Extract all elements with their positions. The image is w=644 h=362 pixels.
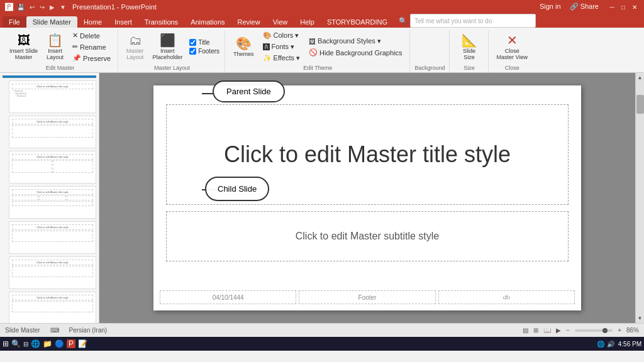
taskbar-file-explorer-icon[interactable]: 📁 — [43, 339, 52, 348]
quick-access-redo[interactable]: ↪ — [40, 4, 45, 11]
slide-footer-area: 04/10/1444 Footer ‹#› — [160, 290, 575, 304]
ribbon-group-master-layout: 🗂 MasterLayout ⬛ InsertPlaceholder Title… — [119, 30, 225, 72]
taskbar-network[interactable]: 🌐 — [597, 341, 604, 348]
scroll-up-arrow[interactable]: ▲ — [636, 73, 644, 82]
zoom-slider-thumb[interactable] — [602, 328, 608, 333]
background-styles-button[interactable]: 🖼 Background Styles ▾ — [306, 36, 405, 47]
ribbon-tabs: File Slide Master Home Insert Transition… — [0, 14, 644, 28]
tab-review[interactable]: Review — [231, 16, 267, 28]
tab-storyboarding[interactable]: STORYBOARDING — [321, 16, 394, 28]
slide-thumb-1[interactable]: Click to edit Master title style Click t… — [3, 75, 96, 78]
view-slide-sorter-icon[interactable]: ⊞ — [533, 327, 538, 334]
delete-icon: ✕ — [72, 31, 78, 40]
slide-title-text[interactable]: Click to edit Master title style — [224, 141, 511, 168]
quick-access-more[interactable]: ▼ — [60, 4, 66, 11]
scroll-thumb[interactable] — [636, 95, 644, 114]
slide-subtitle-text[interactable]: Click to edit Master subtitle style — [296, 231, 440, 242]
view-reading-icon[interactable]: 📖 — [543, 327, 551, 334]
footer-text[interactable]: Footer — [299, 290, 435, 304]
title-bar-controls: Sign in 🔗 Share ─ □ ✕ — [540, 3, 639, 11]
slide-thumb-5[interactable]: Click to edit Master title style — [9, 186, 96, 219]
slide-subtitle-box[interactable]: Click to edit Master subtitle style — [166, 211, 569, 261]
slide-thumb-6[interactable]: Click to edit Master title style — [9, 221, 96, 254]
quick-access-undo[interactable]: ↩ — [30, 4, 35, 11]
footer-date[interactable]: 04/10/1444 — [160, 290, 296, 304]
taskbar-volume[interactable]: 🔊 — [607, 341, 614, 348]
restore-button[interactable]: □ — [619, 3, 628, 11]
slide-thumb-7[interactable]: Click to edit Master title style — [9, 256, 96, 289]
task-view-icon[interactable]: ⊟ — [23, 341, 28, 348]
close-button[interactable]: ✕ — [630, 3, 639, 11]
colors-icon: 🎨 — [263, 31, 272, 40]
tab-view[interactable]: View — [267, 16, 294, 28]
taskbar-other-icon[interactable]: 📝 — [78, 339, 87, 348]
fonts-button[interactable]: 🅰 Fonts ▾ — [260, 41, 303, 52]
tab-slide-master[interactable]: Slide Master — [26, 16, 77, 28]
hide-background-button[interactable]: 🚫 Hide Background Graphics — [306, 47, 405, 58]
themes-button[interactable]: 🎨 Themes — [230, 35, 257, 59]
slide-size-icon: 📐 — [462, 34, 477, 47]
colors-button[interactable]: 🎨 Colors ▾ — [260, 30, 303, 41]
vertical-scrollbar[interactable]: ▲ ▼ — [635, 73, 644, 323]
sign-in-button[interactable]: Sign in — [540, 3, 561, 11]
delete-button[interactable]: ✕ Delete — [69, 30, 114, 41]
background-label: Background — [415, 65, 445, 72]
parent-slide-label: Parent Slide — [213, 80, 285, 102]
search-bar[interactable]: Tell me what you want to do — [410, 14, 536, 28]
tab-file[interactable]: File — [3, 16, 26, 28]
ribbon-group-edit-theme: 🎨 Themes 🎨 Colors ▾ 🅰 Fonts ▾ ✨ Effects … — [226, 30, 409, 72]
footers-checkbox-item[interactable]: Footers — [188, 47, 221, 55]
slide-thumb-3[interactable]: Click to edit Master title style — [9, 116, 96, 148]
edit-master-content: 🖼 Insert SlideMaster 📋 InsertLayout ✕ De… — [6, 30, 114, 63]
tab-insert[interactable]: Insert — [108, 16, 138, 28]
zoom-in-icon[interactable]: + — [618, 327, 621, 334]
insert-slide-master-button[interactable]: 🖼 Insert SlideMaster — [6, 32, 41, 62]
slide-thumb-4[interactable]: Click to edit Master title style — [9, 151, 96, 184]
insert-placeholder-button[interactable]: ⬛ InsertPlaceholder — [150, 32, 186, 62]
status-bar-right: ▤ ⊞ 📖 ▶ − + 86% — [523, 327, 639, 334]
taskbar-edge-icon[interactable]: 🌐 — [31, 339, 40, 348]
footer-page[interactable]: ‹#› — [438, 290, 575, 304]
close-master-view-button[interactable]: ✕ CloseMaster View — [494, 32, 531, 62]
taskbar-powerpoint-icon[interactable]: P — [67, 339, 75, 348]
tab-animations[interactable]: Animations — [184, 16, 231, 28]
background-options: 🖼 Background Styles ▾ 🚫 Hide Background … — [306, 36, 405, 58]
tab-transitions[interactable]: Transitions — [138, 16, 184, 28]
view-slideshow-icon[interactable]: ▶ — [556, 327, 561, 334]
window-title: Presentation1 - PowerPoint — [72, 3, 157, 11]
title-checkbox-item[interactable]: Title — [188, 38, 221, 47]
slide-thumb-8[interactable]: Click to edit Master title style — [9, 292, 96, 323]
theme-options: 🎨 Colors ▾ 🅰 Fonts ▾ ✨ Effects ▾ — [260, 30, 303, 63]
scroll-down-arrow[interactable]: ▼ — [636, 314, 644, 323]
footers-checkbox[interactable] — [189, 48, 196, 55]
insert-layout-button[interactable]: 📋 InsertLayout — [43, 32, 67, 62]
start-button[interactable]: ⊞ — [3, 339, 9, 348]
tab-home[interactable]: Home — [77, 16, 108, 28]
search-input-placeholder[interactable]: Tell me what you want to do — [414, 18, 492, 25]
search-icon: 🔍 — [399, 17, 408, 25]
effects-icon: ✨ — [263, 54, 272, 62]
slides-panel[interactable]: Click to edit Master title style Click t… — [0, 73, 99, 323]
zoom-level[interactable]: 86% — [626, 327, 639, 334]
preserve-button[interactable]: 📌 Preserve — [69, 53, 114, 63]
child-slide-label: Child Slide — [205, 177, 269, 201]
title-checkbox[interactable] — [189, 39, 196, 46]
minimize-button[interactable]: ─ — [608, 3, 616, 11]
effects-button[interactable]: ✨ Effects ▾ — [260, 53, 303, 63]
slide-size-button[interactable]: 📐 SlideSize — [458, 32, 480, 62]
check-items: Title Footers — [188, 38, 221, 55]
close-label: Close — [505, 65, 519, 72]
quick-access-present[interactable]: ▶ — [50, 4, 55, 11]
fonts-icon: 🅰 — [263, 43, 270, 51]
share-icon[interactable]: 🔗 Share — [570, 3, 599, 11]
zoom-out-icon[interactable]: − — [566, 327, 570, 334]
rename-button[interactable]: ✏ Rename — [69, 41, 114, 52]
edit-master-label: Edit Master — [46, 65, 75, 72]
view-normal-icon[interactable]: ▤ — [523, 327, 528, 334]
search-taskbar-icon[interactable]: 🔍 — [11, 339, 21, 348]
quick-access-save[interactable]: 💾 — [17, 4, 25, 11]
tab-help[interactable]: Help — [294, 16, 321, 28]
taskbar-chrome-icon[interactable]: 🔵 — [55, 339, 64, 348]
master-layout-button[interactable]: 🗂 MasterLayout — [123, 32, 147, 62]
slide-thumb-2[interactable]: Click to edit Master title style • First… — [9, 80, 96, 113]
